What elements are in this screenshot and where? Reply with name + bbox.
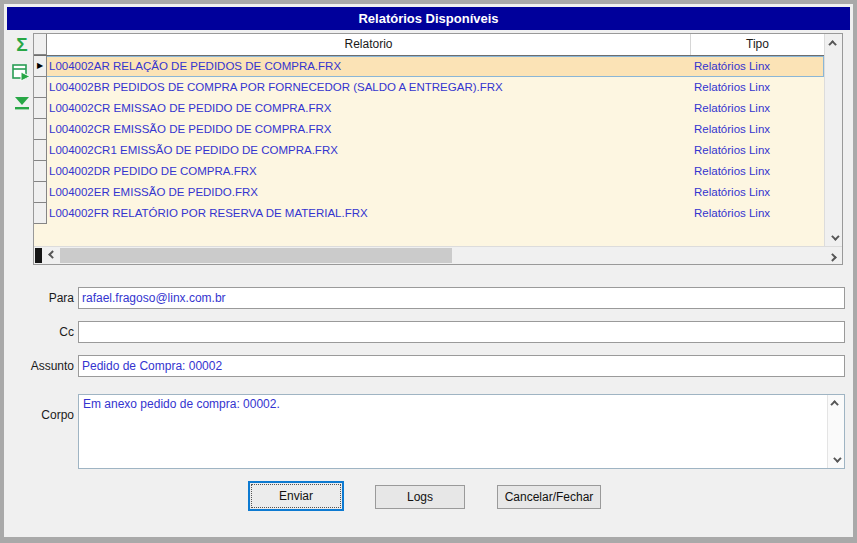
cell-tipo[interactable]: Relatórios Linx	[691, 77, 824, 98]
cell-tipo[interactable]: Relatórios Linx	[691, 203, 824, 224]
chevron-down-icon	[833, 454, 841, 462]
column-header-relatorio[interactable]: Relatorio	[47, 34, 691, 55]
logs-button-label: Logs	[407, 490, 433, 504]
chevron-down-icon	[831, 232, 839, 240]
table-row[interactable]: ▶ L004002CR1 EMISSÃO DE PEDIDO DE COMPRA…	[34, 140, 824, 161]
cell-relatorio[interactable]: L004002AR RELAÇÃO DE PEDIDOS DE COMPRA.F…	[47, 56, 691, 77]
row-selector-cell[interactable]: ▶	[34, 161, 47, 182]
row-selector-cell[interactable]: ▶	[34, 77, 47, 98]
assunto-label: Assunto	[4, 359, 74, 373]
record-pointer-icon: ▶	[37, 62, 43, 70]
row-selector-cell[interactable]: ▶	[34, 203, 47, 224]
grid-horizontal-scrollbar[interactable]	[34, 246, 842, 264]
table-row[interactable]: ▶ L004002AR RELAÇÃO DE PEDIDOS DE COMPRA…	[34, 56, 824, 77]
logs-button[interactable]: Logs	[375, 485, 465, 509]
cell-tipo[interactable]: Relatórios Linx	[691, 182, 824, 203]
sum-icon[interactable]: Σ	[16, 35, 27, 55]
cancelar-fechar-button-label: Cancelar/Fechar	[505, 490, 594, 504]
corpo-field-wrap: Em anexo pedido de compra: 00002.	[78, 394, 845, 469]
scroll-up-button[interactable]	[825, 34, 842, 51]
scroll-up-button[interactable]	[828, 395, 844, 411]
para-field[interactable]	[78, 287, 845, 309]
corpo-vertical-scrollbar[interactable]	[827, 395, 844, 468]
chevron-right-icon	[828, 253, 836, 261]
grid-selector-header	[34, 34, 47, 55]
grid-viewport: Relatorio Tipo ▶ L004002AR RELAÇÃO DE PE…	[34, 34, 824, 246]
run-report-icon[interactable]	[11, 62, 33, 88]
window-title: Relatórios Disponíveis	[358, 11, 498, 26]
cell-relatorio[interactable]: L004002CR1 EMISSÃO DE PEDIDO DE COMPRA.F…	[47, 140, 691, 161]
cell-relatorio[interactable]: L004002ER EMISSÃO DE PEDIDO.FRX	[47, 182, 691, 203]
scroll-right-button[interactable]	[826, 247, 842, 264]
cc-field[interactable]	[78, 321, 845, 343]
cell-tipo[interactable]: Relatórios Linx	[691, 98, 824, 119]
row-selector-cell[interactable]: ▶	[34, 182, 47, 203]
assunto-field[interactable]	[78, 355, 845, 377]
chevron-left-icon	[48, 250, 56, 258]
reports-grid: Relatorio Tipo ▶ L004002AR RELAÇÃO DE PE…	[33, 33, 843, 265]
splitter-handle[interactable]	[35, 248, 42, 263]
left-toolbar: Σ	[9, 35, 35, 117]
move-to-bottom-icon[interactable]	[12, 95, 32, 117]
cell-relatorio[interactable]: L004002CR EMISSÃO DE PEDIDO DE COMPRA.FR…	[47, 119, 691, 140]
row-selector-cell[interactable]: ▶	[34, 119, 47, 140]
column-header-tipo[interactable]: Tipo	[691, 34, 824, 55]
table-row[interactable]: ▶ L004002ER EMISSÃO DE PEDIDO.FRX Relató…	[34, 182, 824, 203]
cell-relatorio[interactable]: L004002CR EMISSAO DE PEDIDO DE COMPRA.FR…	[47, 98, 691, 119]
cell-tipo[interactable]: Relatórios Linx	[691, 56, 824, 77]
table-row[interactable]: ▶ L004002CR EMISSÃO DE PEDIDO DE COMPRA.…	[34, 119, 824, 140]
scroll-down-button[interactable]	[828, 452, 844, 468]
grid-header-row: Relatorio Tipo	[34, 34, 824, 56]
cancelar-fechar-button[interactable]: Cancelar/Fechar	[497, 485, 601, 509]
cell-relatorio[interactable]: L004002BR PEDIDOS DE COMPRA POR FORNECED…	[47, 77, 691, 98]
grid-vertical-scrollbar[interactable]	[824, 34, 842, 246]
cell-relatorio[interactable]: L004002FR RELATÓRIO POR RESERVA DE MATER…	[47, 203, 691, 224]
cell-tipo[interactable]: Relatórios Linx	[691, 119, 824, 140]
row-selector-cell[interactable]: ▶	[34, 56, 47, 77]
corpo-field[interactable]: Em anexo pedido de compra: 00002.	[79, 395, 827, 468]
table-row[interactable]: ▶ L004002CR EMISSAO DE PEDIDO DE COMPRA.…	[34, 98, 824, 119]
chevron-up-icon	[828, 40, 836, 48]
corpo-label: Corpo	[4, 408, 74, 422]
cc-label: Cc	[4, 325, 74, 339]
titlebar[interactable]: Relatórios Disponíveis	[7, 7, 850, 30]
table-row[interactable]: ▶ L004002BR PEDIDOS DE COMPRA POR FORNEC…	[34, 77, 824, 98]
para-label: Para	[4, 291, 74, 305]
cell-tipo[interactable]: Relatórios Linx	[691, 161, 824, 182]
table-row[interactable]: ▶ L004002DR PEDIDO DE COMPRA.FRX Relatór…	[34, 161, 824, 182]
scroll-left-button[interactable]	[43, 247, 59, 264]
enviar-button[interactable]: Enviar	[248, 481, 344, 511]
horizontal-scroll-thumb[interactable]	[60, 248, 452, 263]
scroll-down-button[interactable]	[825, 229, 842, 246]
row-selector-cell[interactable]: ▶	[34, 140, 47, 161]
enviar-button-label: Enviar	[251, 484, 341, 508]
chevron-up-icon	[830, 400, 838, 408]
relatorios-disponiveis-dialog: Relatórios Disponíveis Σ Relatorio Tipo	[0, 0, 857, 543]
cell-tipo[interactable]: Relatórios Linx	[691, 140, 824, 161]
table-row[interactable]: ▶ L004002FR RELATÓRIO POR RESERVA DE MAT…	[34, 203, 824, 224]
row-selector-cell[interactable]: ▶	[34, 98, 47, 119]
cell-relatorio[interactable]: L004002DR PEDIDO DE COMPRA.FRX	[47, 161, 691, 182]
grid-body: ▶ L004002AR RELAÇÃO DE PEDIDOS DE COMPRA…	[34, 56, 824, 224]
